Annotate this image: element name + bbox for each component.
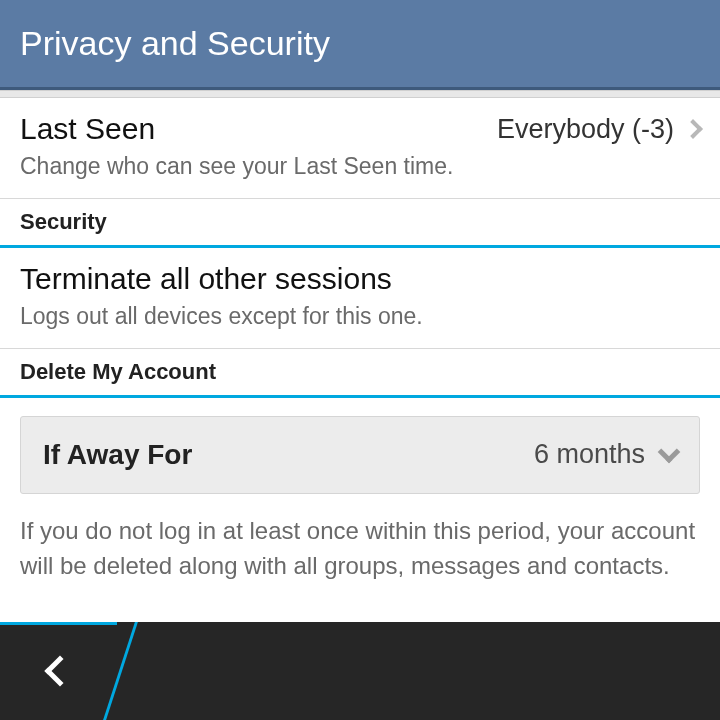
last-seen-row[interactable]: Last Seen Everybody (-3) Change who can … (0, 98, 720, 199)
terminate-sessions-row[interactable]: Terminate all other sessions Logs out al… (0, 248, 720, 349)
chevron-left-icon (44, 655, 75, 686)
terminate-desc: Logs out all devices except for this one… (20, 302, 700, 332)
page-title: Privacy and Security (0, 0, 720, 90)
if-away-label: If Away For (43, 439, 192, 471)
terminate-title: Terminate all other sessions (20, 262, 700, 296)
chevron-down-icon (658, 440, 681, 463)
delete-account-desc: If you do not log in at least once withi… (20, 514, 700, 584)
if-away-for-select[interactable]: If Away For 6 months (20, 416, 700, 494)
section-header-security: Security (0, 199, 720, 248)
if-away-value: 6 months (534, 439, 645, 470)
chevron-right-icon (683, 119, 703, 139)
back-button[interactable] (0, 622, 120, 720)
last-seen-value: Everybody (-3) (497, 114, 674, 145)
divider (0, 90, 720, 98)
section-header-delete-account: Delete My Account (0, 349, 720, 398)
last-seen-desc: Change who can see your Last Seen time. (20, 152, 700, 182)
bottom-toolbar (0, 622, 720, 720)
last-seen-title: Last Seen (20, 112, 155, 146)
